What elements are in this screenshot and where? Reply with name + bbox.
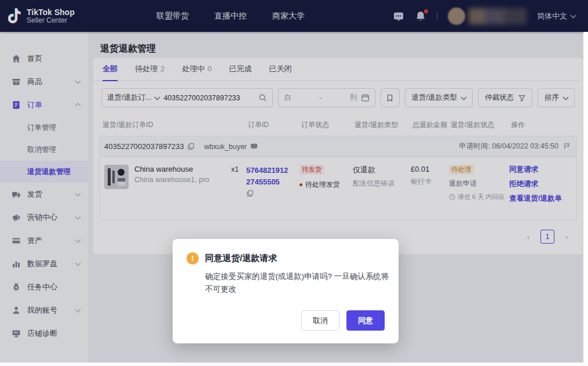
warning-icon: ! (187, 252, 199, 264)
agree-return-modal: ! 同意退货/退款请求 确定接受买家的退货(或退款)申请吗? 一旦确认系统将不可… (173, 239, 399, 343)
scrollbar-track[interactable] (583, 32, 588, 366)
app-screen: TikTok Shop Seller Center 联盟带货 直播中控 商家大学 (0, 0, 588, 366)
confirm-agree-button[interactable]: 同意 (346, 310, 385, 331)
modal-title: 同意退货/退款请求 (205, 253, 277, 264)
bottom-edge (0, 363, 588, 366)
cancel-button[interactable]: 取消 (301, 310, 339, 331)
modal-body-text: 确定接受买家的退货(或退款)申请吗? 一旦确认系统将不可更改 (205, 270, 389, 296)
